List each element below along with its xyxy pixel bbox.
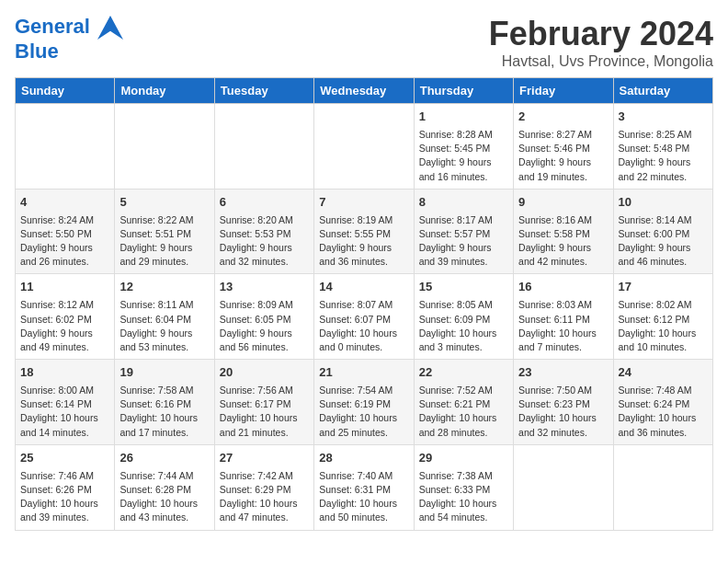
calendar-cell: 1Sunrise: 8:28 AM Sunset: 5:45 PM Daylig… <box>414 104 513 190</box>
day-number: 11 <box>20 279 109 296</box>
day-info: Sunrise: 8:25 AM Sunset: 5:48 PM Dayligh… <box>619 128 708 184</box>
day-info: Sunrise: 7:50 AM Sunset: 6:23 PM Dayligh… <box>518 384 608 440</box>
calendar-cell <box>613 444 712 530</box>
header-day: Saturday <box>613 78 712 104</box>
logo-general: General <box>15 15 90 38</box>
calendar-cell: 20Sunrise: 7:56 AM Sunset: 6:17 PM Dayli… <box>214 360 313 445</box>
day-number: 20 <box>220 364 309 382</box>
title-block: February 2024 Havtsal, Uvs Province, Mon… <box>489 15 713 70</box>
calendar-header: SundayMondayTuesdayWednesdayThursdayFrid… <box>16 78 713 104</box>
logo-blue: Blue <box>15 40 123 63</box>
day-info: Sunrise: 8:20 AM Sunset: 5:53 PM Dayligh… <box>220 213 309 270</box>
calendar-cell: 23Sunrise: 7:50 AM Sunset: 6:23 PM Dayli… <box>514 360 613 445</box>
day-number: 21 <box>319 364 408 382</box>
day-info: Sunrise: 8:00 AM Sunset: 6:14 PM Dayligh… <box>20 384 109 440</box>
day-number: 13 <box>220 279 309 296</box>
calendar-cell: 13Sunrise: 8:09 AM Sunset: 6:05 PM Dayli… <box>214 274 313 360</box>
logo-icon <box>97 15 123 40</box>
calendar-cell: 19Sunrise: 7:58 AM Sunset: 6:16 PM Dayli… <box>115 360 214 445</box>
day-info: Sunrise: 7:44 AM Sunset: 6:28 PM Dayligh… <box>119 469 209 525</box>
calendar-cell: 9Sunrise: 8:16 AM Sunset: 5:58 PM Daylig… <box>514 189 613 274</box>
day-number: 26 <box>119 450 209 467</box>
day-number: 4 <box>20 194 109 212</box>
day-info: Sunrise: 8:02 AM Sunset: 6:12 PM Dayligh… <box>619 298 708 354</box>
header-day: Monday <box>115 78 214 104</box>
day-info: Sunrise: 7:38 AM Sunset: 6:33 PM Dayligh… <box>419 469 508 525</box>
day-number: 18 <box>20 364 109 382</box>
day-info: Sunrise: 8:05 AM Sunset: 6:09 PM Dayligh… <box>419 298 508 354</box>
day-info: Sunrise: 8:24 AM Sunset: 5:50 PM Dayligh… <box>20 213 109 270</box>
subtitle: Havtsal, Uvs Province, Mongolia <box>489 53 713 70</box>
calendar-cell: 16Sunrise: 8:03 AM Sunset: 6:11 PM Dayli… <box>514 274 613 360</box>
day-number: 3 <box>619 109 708 126</box>
day-number: 7 <box>319 194 408 212</box>
day-info: Sunrise: 8:17 AM Sunset: 5:57 PM Dayligh… <box>419 213 508 270</box>
day-number: 10 <box>619 194 708 212</box>
calendar-cell: 12Sunrise: 8:11 AM Sunset: 6:04 PM Dayli… <box>115 274 214 360</box>
day-number: 15 <box>419 279 508 296</box>
header-day: Wednesday <box>314 78 414 104</box>
day-number: 16 <box>518 279 608 296</box>
day-number: 8 <box>419 194 508 212</box>
calendar-cell: 24Sunrise: 7:48 AM Sunset: 6:24 PM Dayli… <box>613 360 712 445</box>
svg-marker-0 <box>97 16 123 40</box>
day-number: 28 <box>319 450 408 467</box>
calendar-cell <box>314 104 414 190</box>
header-row: SundayMondayTuesdayWednesdayThursdayFrid… <box>16 78 713 104</box>
day-info: Sunrise: 7:48 AM Sunset: 6:24 PM Dayligh… <box>619 384 708 440</box>
calendar-cell: 14Sunrise: 8:07 AM Sunset: 6:07 PM Dayli… <box>314 274 414 360</box>
day-info: Sunrise: 8:27 AM Sunset: 5:46 PM Dayligh… <box>518 128 608 184</box>
day-number: 25 <box>20 450 109 467</box>
calendar-cell: 7Sunrise: 8:19 AM Sunset: 5:55 PM Daylig… <box>314 189 414 274</box>
header-day: Thursday <box>414 78 513 104</box>
day-number: 9 <box>518 194 608 212</box>
day-info: Sunrise: 8:11 AM Sunset: 6:04 PM Dayligh… <box>119 298 209 354</box>
calendar-cell: 25Sunrise: 7:46 AM Sunset: 6:26 PM Dayli… <box>16 444 115 530</box>
calendar-cell: 8Sunrise: 8:17 AM Sunset: 5:57 PM Daylig… <box>414 189 513 274</box>
calendar-table: SundayMondayTuesdayWednesdayThursdayFrid… <box>15 77 713 531</box>
day-info: Sunrise: 8:09 AM Sunset: 6:05 PM Dayligh… <box>220 298 309 354</box>
calendar-row: 11Sunrise: 8:12 AM Sunset: 6:02 PM Dayli… <box>16 274 713 360</box>
day-number: 24 <box>619 364 708 382</box>
day-number: 22 <box>419 364 508 382</box>
calendar-cell: 2Sunrise: 8:27 AM Sunset: 5:46 PM Daylig… <box>514 104 613 190</box>
calendar-cell: 11Sunrise: 8:12 AM Sunset: 6:02 PM Dayli… <box>16 274 115 360</box>
header-day: Tuesday <box>214 78 313 104</box>
day-number: 2 <box>518 109 608 126</box>
day-number: 23 <box>518 364 608 382</box>
calendar-cell: 3Sunrise: 8:25 AM Sunset: 5:48 PM Daylig… <box>613 104 712 190</box>
calendar-cell: 22Sunrise: 7:52 AM Sunset: 6:21 PM Dayli… <box>414 360 513 445</box>
day-info: Sunrise: 7:42 AM Sunset: 6:29 PM Dayligh… <box>220 469 309 525</box>
calendar-cell <box>214 104 313 190</box>
calendar-cell: 26Sunrise: 7:44 AM Sunset: 6:28 PM Dayli… <box>115 444 214 530</box>
calendar-cell: 29Sunrise: 7:38 AM Sunset: 6:33 PM Dayli… <box>414 444 513 530</box>
header-day: Sunday <box>16 78 115 104</box>
calendar-cell: 21Sunrise: 7:54 AM Sunset: 6:19 PM Dayli… <box>314 360 414 445</box>
day-info: Sunrise: 8:03 AM Sunset: 6:11 PM Dayligh… <box>518 298 608 354</box>
page-header: General Blue February 2024 Havtsal, Uvs … <box>15 15 713 70</box>
calendar-row: 25Sunrise: 7:46 AM Sunset: 6:26 PM Dayli… <box>16 444 713 530</box>
calendar-cell <box>16 104 115 190</box>
logo-text: General <box>15 15 123 40</box>
day-number: 14 <box>319 279 408 296</box>
calendar-cell: 6Sunrise: 8:20 AM Sunset: 5:53 PM Daylig… <box>214 189 313 274</box>
calendar-cell <box>514 444 613 530</box>
day-number: 12 <box>119 279 209 296</box>
day-info: Sunrise: 8:12 AM Sunset: 6:02 PM Dayligh… <box>20 298 109 354</box>
day-info: Sunrise: 8:14 AM Sunset: 6:00 PM Dayligh… <box>619 213 708 270</box>
calendar-cell: 4Sunrise: 8:24 AM Sunset: 5:50 PM Daylig… <box>16 189 115 274</box>
day-info: Sunrise: 7:58 AM Sunset: 6:16 PM Dayligh… <box>119 384 209 440</box>
calendar-cell: 18Sunrise: 8:00 AM Sunset: 6:14 PM Dayli… <box>16 360 115 445</box>
header-day: Friday <box>514 78 613 104</box>
calendar-cell <box>115 104 214 190</box>
day-number: 6 <box>220 194 309 212</box>
day-number: 5 <box>119 194 209 212</box>
calendar-body: 1Sunrise: 8:28 AM Sunset: 5:45 PM Daylig… <box>16 104 713 531</box>
day-number: 17 <box>619 279 708 296</box>
day-number: 19 <box>119 364 209 382</box>
logo: General Blue <box>15 15 123 63</box>
day-number: 27 <box>220 450 309 467</box>
calendar-cell: 17Sunrise: 8:02 AM Sunset: 6:12 PM Dayli… <box>613 274 712 360</box>
main-title: February 2024 <box>489 15 713 53</box>
day-info: Sunrise: 8:19 AM Sunset: 5:55 PM Dayligh… <box>319 213 408 270</box>
